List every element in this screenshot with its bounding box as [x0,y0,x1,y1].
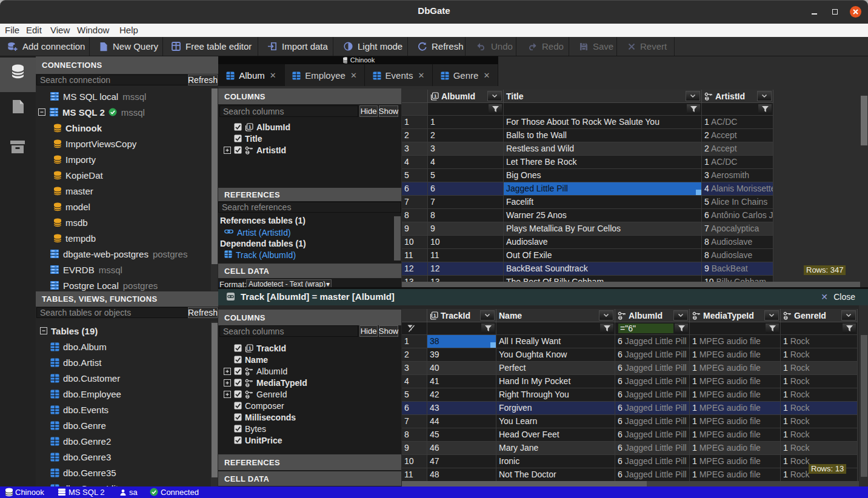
svg-text:1: 1 [249,124,252,129]
svg-text:1: 1 [249,345,252,350]
svg-text:1: 1 [434,93,437,98]
svg-text:1: 1 [433,312,436,317]
